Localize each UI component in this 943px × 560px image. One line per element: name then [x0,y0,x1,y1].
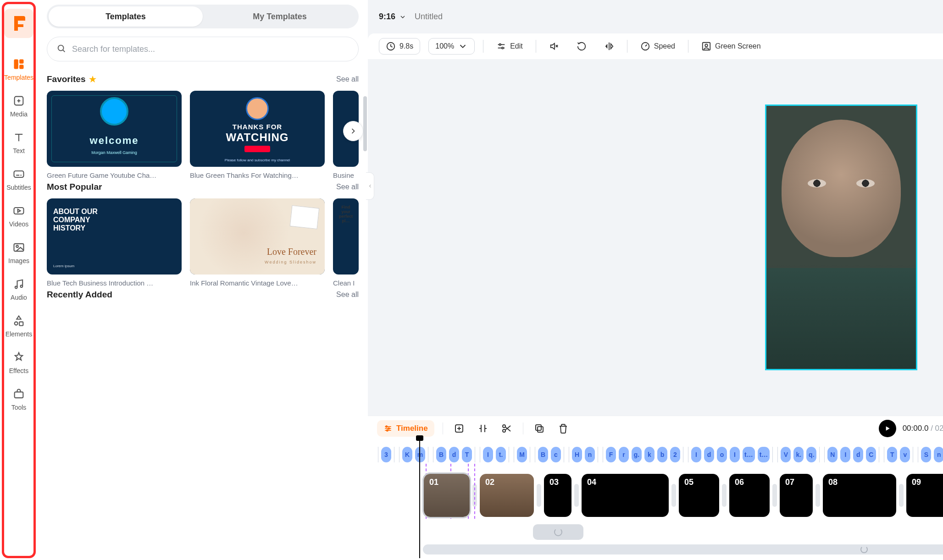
marker[interactable]: 3 [381,447,391,462]
rail-media[interactable]: Media [4,88,33,124]
clip-07[interactable]: 07 [780,474,813,517]
transition-handle[interactable] [772,484,777,507]
marker[interactable]: d [704,447,714,462]
marker[interactable]: q. [806,447,816,462]
marker[interactable]: I [840,447,850,462]
transition-handle[interactable] [671,484,676,507]
marker[interactable]: c [551,447,561,462]
template-card[interactable]: Love ForeverWedding SlideshowInk Floral … [190,198,325,287]
rail-templates[interactable]: Templates [4,51,33,88]
template-card[interactable]: welcomeMorgan Maxwell GamingGreen Future… [47,91,182,179]
copy-button[interactable] [532,421,547,436]
marker[interactable]: N [827,447,838,462]
marker[interactable]: H [572,447,582,462]
transition-handle[interactable] [815,484,820,507]
timeline-toggle[interactable]: Timeline [377,420,434,437]
clip-04[interactable]: 04 [582,474,669,517]
marker[interactable]: k [644,447,655,462]
tab-my-templates[interactable]: My Templates [203,6,357,27]
search-input[interactable] [72,44,349,54]
speed-button[interactable]: Speed [636,38,680,54]
edit-button[interactable]: Edit [492,38,527,54]
play-button[interactable] [879,420,896,437]
marker[interactable]: b [657,447,667,462]
timeline-scrollbar[interactable] [423,544,943,555]
rail-videos[interactable]: Videos [4,198,33,234]
marker[interactable]: F [606,447,616,462]
marker[interactable]: I [483,447,493,462]
transition-handle[interactable] [537,484,541,507]
panel-scrollbar[interactable] [363,27,367,560]
marker[interactable]: g. [632,447,642,462]
marker[interactable]: B [538,447,548,462]
marker[interactable]: K [402,447,412,462]
marker[interactable]: M [517,447,527,462]
marker[interactable]: o [717,447,727,462]
marker[interactable]: t. [496,447,506,462]
carousel-next-button[interactable] [343,121,363,141]
see-all-link[interactable]: See all [336,183,359,191]
marker[interactable]: r [619,447,629,462]
marker[interactable]: n [934,447,943,462]
template-thumb: THANKS FORWATCHINGPlease follow and subs… [190,91,325,167]
marker[interactable]: t… [758,447,770,462]
collapse-panel-button[interactable] [366,172,374,200]
cut-button[interactable] [499,421,515,436]
clip-06[interactable]: 06 [729,474,770,517]
template-search[interactable] [47,37,359,61]
add-clip-button[interactable] [451,421,467,436]
preview-canvas[interactable] [765,104,917,370]
clip-01[interactable]: 01 [424,474,470,517]
clip-08[interactable]: 08 [823,474,896,517]
marker[interactable]: T [887,447,897,462]
rail-effects[interactable]: Effects [4,344,33,381]
aspect-ratio-button[interactable]: 9:16 [379,12,406,22]
marker[interactable]: n [585,447,595,462]
see-all-link[interactable]: See all [336,291,359,299]
marker[interactable]: I [730,447,740,462]
marker[interactable]: V [781,447,791,462]
transition-handle[interactable] [899,484,904,507]
marker[interactable]: k. [793,447,804,462]
transition-handle[interactable] [722,484,727,507]
marker[interactable]: 2 [670,447,680,462]
rail-tools[interactable]: Tools [4,381,33,417]
marker[interactable]: I [691,447,701,462]
playhead[interactable] [419,439,420,558]
rail-elements[interactable]: Elements [4,307,33,344]
rotate-button[interactable] [572,38,591,54]
zoom-select[interactable]: 100% [428,38,475,55]
template-card[interactable]: ABOUT OURCOMPANYHISTORYLorem ipsumBlue T… [47,198,182,287]
project-title-input[interactable] [415,12,521,22]
clip-02[interactable]: 02 [480,474,534,517]
template-card[interactable]: THANKS FORWATCHINGPlease follow and subs… [190,91,325,179]
transition-handle[interactable] [574,484,579,507]
clip-duration-button[interactable]: 9.8s [379,38,420,55]
split-button[interactable] [475,421,491,436]
clip-05[interactable]: 05 [679,474,719,517]
marker[interactable]: t… [743,447,755,462]
delete-button[interactable] [555,421,571,436]
green-screen-button[interactable]: Green Screen [697,38,765,54]
see-all-link[interactable]: See all [336,75,359,83]
clip-09[interactable]: 09 [906,474,943,517]
flip-button[interactable] [599,38,619,54]
rail-subtitles[interactable]: Subtitles [4,161,33,198]
marker[interactable]: v [900,447,910,462]
rail-text[interactable]: Text [4,124,33,161]
marker[interactable]: d [853,447,863,462]
rail-audio[interactable]: Audio [4,271,33,307]
rail-images[interactable]: Images [4,234,33,271]
tab-templates[interactable]: Templates [49,6,203,27]
marker[interactable]: B [436,447,446,462]
clip-track[interactable]: 0102030405060708091011121314 [368,471,943,522]
marker[interactable]: C [866,447,876,462]
marker[interactable]: T [462,447,472,462]
marker[interactable]: d [449,447,459,462]
template-card[interactable]: Find your perfect pl…Clean I [333,198,359,287]
marker[interactable]: S [921,447,931,462]
marker[interactable]: m [415,447,425,462]
marker-track[interactable]: 3KmBdTIt.MBcHnFrg.kb2IdoIt…t…Vk.q.NIdCTv… [368,441,943,471]
clip-03[interactable]: 03 [544,474,571,517]
mute-button[interactable] [544,38,564,54]
